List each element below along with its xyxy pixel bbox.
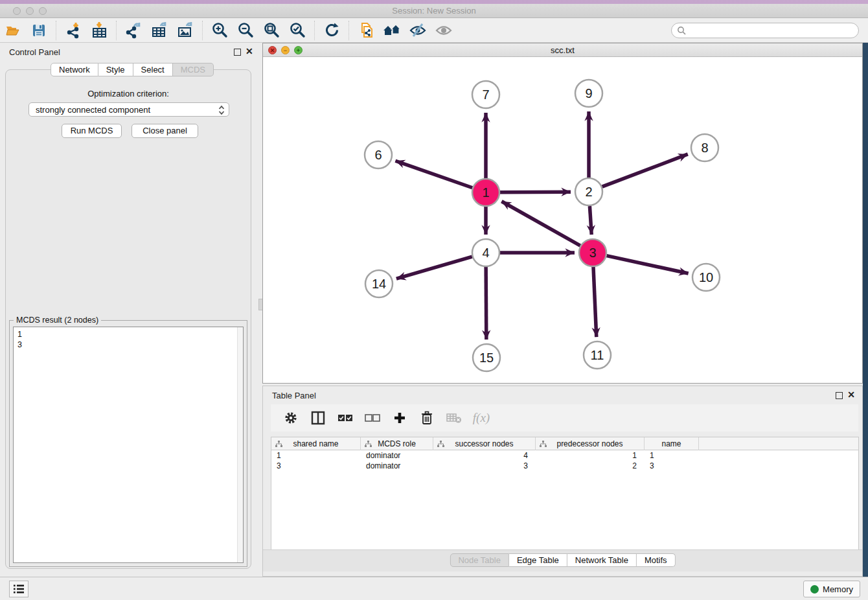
home-icon[interactable] <box>381 21 403 40</box>
tab-select[interactable]: Select <box>133 63 173 76</box>
network-window-titlebar[interactable]: ✕ − + scc.txt <box>263 43 862 57</box>
tab-network-table[interactable]: Network Table <box>567 553 637 567</box>
criterion-dropdown[interactable]: strongly connected component <box>29 102 229 117</box>
node-table: shared nameMCDS rolesuccessor nodesprede… <box>271 437 859 551</box>
hide-graphics-icon[interactable] <box>407 21 429 40</box>
search-input[interactable] <box>671 23 859 38</box>
import-network-icon[interactable] <box>62 21 84 40</box>
show-graphics-icon[interactable] <box>433 21 455 40</box>
close-panel-icon[interactable]: ✕ <box>246 47 253 56</box>
table-cell[interactable]: 4 <box>433 450 536 461</box>
column-header-MCDS-role[interactable]: MCDS role <box>361 437 433 450</box>
table-cell[interactable]: 1 <box>645 450 699 461</box>
zoom-fit-icon[interactable] <box>260 21 282 40</box>
tab-network[interactable]: Network <box>51 63 98 76</box>
table-cell[interactable]: dominator <box>361 450 433 461</box>
column-header-successor-nodes[interactable]: successor nodes <box>433 437 536 450</box>
memory-status-icon <box>810 585 819 594</box>
graph-edge-2-3[interactable] <box>589 206 591 235</box>
task-history-button[interactable] <box>9 581 29 597</box>
column-type-icon <box>540 441 547 448</box>
graph-edge-1-6[interactable] <box>395 161 472 188</box>
list-icon <box>13 584 25 594</box>
tab-edge-table[interactable]: Edge Table <box>509 553 567 567</box>
mcds-result-group: MCDS result (2 nodes) 1 3 <box>9 320 247 567</box>
open-session-icon[interactable] <box>2 21 24 40</box>
toolbar-separator <box>116 21 117 40</box>
export-image-icon[interactable] <box>174 21 196 40</box>
zoom-out-icon[interactable] <box>234 21 257 40</box>
graph-edge-4-14[interactable] <box>396 257 472 279</box>
graph-node-label: 14 <box>372 277 386 291</box>
table-cell[interactable]: 1 <box>271 450 361 461</box>
graph-edge-3-1[interactable] <box>501 202 580 246</box>
control-panel: Control Panel ✕ NetworkStyleSelectMCDS O… <box>0 43 257 577</box>
network-view-window: ✕ − + scc.txt 7968124314101511 <box>262 43 863 384</box>
graph-edge-2-8[interactable] <box>602 154 688 187</box>
close-panel-icon[interactable]: ✕ <box>847 390 855 399</box>
select-all-icon[interactable] <box>337 410 354 426</box>
tab-mcds[interactable]: MCDS <box>173 63 214 76</box>
column-type-icon <box>365 441 372 448</box>
refresh-icon[interactable] <box>321 21 343 40</box>
graph-node-label: 7 <box>482 87 489 102</box>
window-titlebar: Session: New Session <box>0 4 868 18</box>
memory-button[interactable]: Memory <box>803 581 860 597</box>
float-panel-icon[interactable] <box>234 49 241 56</box>
delete-table-icon[interactable] <box>446 410 463 426</box>
table-panel-title: Table Panel <box>272 391 316 400</box>
column-header-name[interactable]: name <box>645 437 699 450</box>
graph-node-label: 1 <box>482 185 489 200</box>
mcds-result-text[interactable]: 1 3 <box>13 327 244 563</box>
desktop-edge-right <box>863 43 868 577</box>
column-type-icon <box>275 441 282 448</box>
memory-label: Memory <box>823 584 853 594</box>
float-panel-icon[interactable] <box>836 392 843 399</box>
close-panel-button[interactable]: Close panel <box>131 124 198 138</box>
graph-edge-3-10[interactable] <box>606 256 688 273</box>
table-cell[interactable]: 3 <box>433 461 536 471</box>
network-canvas[interactable]: 7968124314101511 <box>263 57 862 383</box>
graph-edge-4-15[interactable] <box>486 267 486 340</box>
tab-style[interactable]: Style <box>98 63 133 76</box>
add-column-icon[interactable] <box>391 410 408 426</box>
table-cell[interactable]: dominator <box>361 461 433 471</box>
graph-node-label: 4 <box>482 246 489 260</box>
column-header-shared-name[interactable]: shared name <box>271 437 361 450</box>
table-tabs: Node TableEdge TableNetwork TableMotifs <box>450 553 675 567</box>
toolbar-separator <box>314 21 315 40</box>
dropdown-stepper-icon <box>218 104 225 116</box>
graph-node-label: 10 <box>699 270 713 284</box>
table-header-row: shared nameMCDS rolesuccessor nodesprede… <box>271 437 858 450</box>
deselect-all-icon[interactable] <box>364 410 381 426</box>
main-toolbar <box>0 18 868 43</box>
zoom-in-icon[interactable] <box>209 21 231 40</box>
delete-column-icon[interactable] <box>418 410 435 426</box>
table-cell[interactable]: 2 <box>536 461 645 471</box>
run-mcds-button[interactable]: Run MCDS <box>62 124 122 138</box>
table-cell[interactable]: 1 <box>536 450 645 461</box>
graph-edge-3-11[interactable] <box>593 267 597 337</box>
graph-edge-1-2[interactable] <box>500 192 571 192</box>
table-cell[interactable]: 3 <box>271 461 361 471</box>
graph-node-label: 2 <box>585 185 592 199</box>
column-header-predecessor-nodes[interactable]: predecessor nodes <box>536 437 645 450</box>
columns-icon[interactable] <box>310 410 326 426</box>
tab-node-table[interactable]: Node Table <box>450 553 509 567</box>
save-session-icon[interactable] <box>28 21 50 40</box>
import-table-icon[interactable] <box>88 21 110 40</box>
status-bar: Memory <box>0 577 868 600</box>
export-network-icon[interactable] <box>122 21 144 40</box>
tab-motifs[interactable]: Motifs <box>637 553 676 567</box>
optimization-criterion-label: Optimization criterion: <box>0 89 257 98</box>
table-row[interactable]: 3dominator323 <box>271 461 858 471</box>
gear-icon[interactable] <box>282 410 299 426</box>
clone-network-icon[interactable] <box>355 21 377 40</box>
zoom-selected-icon[interactable] <box>286 21 308 40</box>
table-cell[interactable]: 3 <box>645 461 699 471</box>
export-table-icon[interactable] <box>148 21 170 40</box>
table-body: 1dominator4113dominator323 <box>271 450 858 471</box>
function-builder-icon[interactable]: f(x) <box>473 410 490 426</box>
table-row[interactable]: 1dominator411 <box>271 450 858 461</box>
result-scrollbar[interactable] <box>237 327 243 562</box>
